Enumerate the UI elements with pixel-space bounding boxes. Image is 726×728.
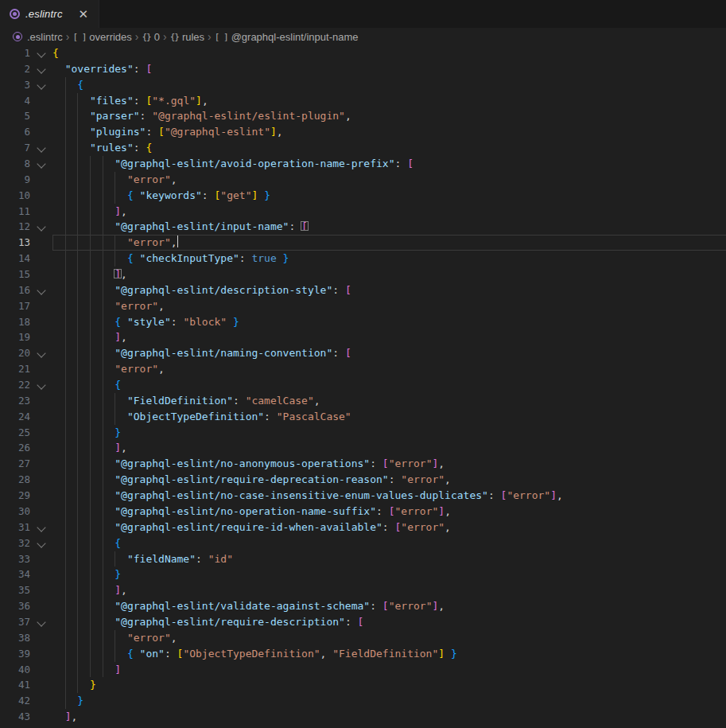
chevron-down-icon[interactable] bbox=[37, 617, 45, 626]
code-line[interactable]: 40 ] bbox=[0, 662, 726, 678]
chevron-down-icon[interactable] bbox=[37, 49, 45, 57]
fold-column bbox=[30, 440, 52, 456]
code-line[interactable]: 28 "@graphql-eslint/require-deprecation-… bbox=[0, 472, 726, 488]
code-line[interactable]: 31 "@graphql-eslint/require-id-when-avai… bbox=[0, 520, 726, 535]
code-line[interactable]: 44 "parser": "@typescript-eslint/parser" bbox=[0, 725, 726, 728]
code-line[interactable]: 21 "error", bbox=[0, 361, 726, 377]
code-text: "@graphql-eslint/require-deprecation-rea… bbox=[52, 472, 726, 488]
indent-guide bbox=[77, 361, 78, 377]
breadcrumb-item[interactable]: rules bbox=[182, 31, 204, 43]
code-line[interactable]: 36 "@graphql-eslint/validate-against-sch… bbox=[0, 598, 726, 614]
indent-guide bbox=[77, 172, 78, 188]
code-line[interactable]: 20 "@graphql-eslint/naming-convention": … bbox=[0, 345, 726, 361]
indent-guide bbox=[103, 456, 103, 472]
code-text: ], bbox=[52, 709, 726, 725]
code-text: { bbox=[52, 77, 726, 93]
code-line[interactable]: 17 "error", bbox=[0, 298, 726, 314]
breadcrumb-item[interactable]: @graphql-eslint/input-name bbox=[231, 31, 359, 43]
indent-guide bbox=[65, 393, 66, 409]
code-text: "@graphql-eslint/require-id-when-availab… bbox=[52, 520, 726, 535]
line-number: 6 bbox=[0, 124, 30, 140]
indent-guide bbox=[115, 251, 115, 267]
breadcrumb-item[interactable]: 0 bbox=[154, 31, 160, 43]
code-line[interactable]: 41 } bbox=[0, 677, 726, 693]
code-line[interactable]: 43 ], bbox=[0, 709, 726, 725]
code-line[interactable]: 2 "overrides": [ bbox=[0, 61, 726, 77]
code-text: } bbox=[52, 693, 726, 709]
code-line[interactable]: 38 "error", bbox=[0, 630, 726, 646]
fold-column bbox=[30, 219, 52, 235]
code-line[interactable]: 10 { "keywords": ["get"] } bbox=[0, 188, 726, 204]
code-line[interactable]: 3 { bbox=[0, 77, 726, 93]
breadcrumb-item[interactable]: overrides bbox=[89, 31, 131, 43]
code-line[interactable]: 33 "fieldName": "id" bbox=[0, 551, 726, 567]
code-line[interactable]: 5 "parser": "@graphql-eslint/eslint-plug… bbox=[0, 108, 726, 124]
code-line[interactable]: 34 } bbox=[0, 566, 726, 582]
chevron-down-icon[interactable] bbox=[37, 64, 45, 73]
editor[interactable]: 1{2 "overrides": [3 {4 "files": ["*.gql"… bbox=[0, 45, 726, 728]
chevron-down-icon[interactable] bbox=[37, 143, 45, 152]
code-line[interactable]: 9 "error", bbox=[0, 172, 726, 188]
close-icon[interactable]: ✕ bbox=[76, 7, 91, 21]
indent-guide bbox=[77, 140, 78, 156]
code-text: { "style": "block" } bbox=[52, 314, 726, 330]
code-line[interactable]: 23 "FieldDefinition": "camelCase", bbox=[0, 393, 726, 409]
chevron-down-icon[interactable] bbox=[37, 349, 45, 358]
code-line[interactable]: 19 ], bbox=[0, 329, 726, 345]
chevron-down-icon[interactable] bbox=[37, 223, 45, 232]
code-line[interactable]: 22 { bbox=[0, 377, 726, 393]
indent-guide bbox=[103, 172, 103, 188]
chevron-down-icon[interactable] bbox=[37, 380, 45, 389]
indent-guide bbox=[65, 566, 66, 582]
code-line[interactable]: 7 "rules": { bbox=[0, 140, 726, 156]
fold-column bbox=[30, 61, 52, 77]
code-line[interactable]: 35 ], bbox=[0, 582, 726, 598]
indent-guide bbox=[77, 456, 78, 472]
indent-guide bbox=[90, 329, 91, 345]
code-line[interactable]: 13 "error", bbox=[0, 235, 726, 251]
indent-guide bbox=[77, 535, 78, 551]
code-line[interactable]: 29 "@graphql-eslint/no-case-insensitive-… bbox=[0, 488, 726, 504]
line-number: 32 bbox=[0, 535, 30, 551]
indent-guide bbox=[77, 488, 78, 504]
chevron-down-icon[interactable] bbox=[37, 159, 45, 168]
fold-column bbox=[30, 298, 52, 314]
indent-guide bbox=[77, 566, 78, 582]
eslint-icon bbox=[10, 9, 20, 19]
code-line[interactable]: 39 { "on": ["ObjectTypeDefinition", "Fie… bbox=[0, 646, 726, 662]
code-line[interactable]: 32 { bbox=[0, 535, 726, 551]
indent-guide bbox=[77, 345, 78, 361]
code-line[interactable]: 15 ], bbox=[0, 267, 726, 282]
code-line[interactable]: 6 "plugins": ["@graphql-eslint"], bbox=[0, 124, 726, 140]
indent-guide bbox=[90, 156, 91, 172]
code-line[interactable]: 30 "@graphql-eslint/no-operation-name-su… bbox=[0, 504, 726, 520]
chevron-down-icon[interactable] bbox=[37, 523, 45, 531]
breadcrumb-item[interactable]: .eslintrc bbox=[27, 31, 63, 43]
indent-guide bbox=[65, 409, 66, 425]
chevron-down-icon[interactable] bbox=[37, 539, 45, 547]
code-line[interactable]: 1{ bbox=[0, 45, 726, 61]
code-line[interactable]: 27 "@graphql-eslint/no-anonymous-operati… bbox=[0, 456, 726, 472]
fold-column bbox=[30, 504, 52, 520]
line-number: 30 bbox=[0, 504, 30, 520]
chevron-down-icon[interactable] bbox=[37, 80, 45, 89]
chevron-down-icon[interactable] bbox=[37, 286, 45, 294]
code-line[interactable]: 24 "ObjectTypeDefinition": "PascalCase" bbox=[0, 409, 726, 425]
code-line[interactable]: 12 "@graphql-eslint/input-name": [ bbox=[0, 219, 726, 235]
line-number: 29 bbox=[0, 488, 30, 504]
code-text: { "keywords": ["get"] } bbox=[52, 188, 726, 204]
code-line[interactable]: 4 "files": ["*.gql"], bbox=[0, 93, 726, 109]
code-line[interactable]: 8 "@graphql-eslint/avoid-operation-name-… bbox=[0, 156, 726, 172]
code-line[interactable]: 26 ], bbox=[0, 440, 726, 456]
fold-column bbox=[30, 235, 52, 251]
tab-eslintrc[interactable]: .eslintrc ✕ bbox=[0, 0, 99, 28]
code-line[interactable]: 18 { "style": "block" } bbox=[0, 314, 726, 330]
code-line[interactable]: 37 "@graphql-eslint/require-description"… bbox=[0, 614, 726, 630]
line-number: 42 bbox=[0, 693, 30, 709]
code-line[interactable]: 16 "@graphql-eslint/description-style": … bbox=[0, 282, 726, 298]
code-line[interactable]: 25 } bbox=[0, 425, 726, 441]
code-line[interactable]: 42 } bbox=[0, 693, 726, 709]
code-line[interactable]: 14 { "checkInputType": true } bbox=[0, 251, 726, 267]
line-number: 31 bbox=[0, 520, 30, 535]
code-line[interactable]: 11 ], bbox=[0, 204, 726, 220]
